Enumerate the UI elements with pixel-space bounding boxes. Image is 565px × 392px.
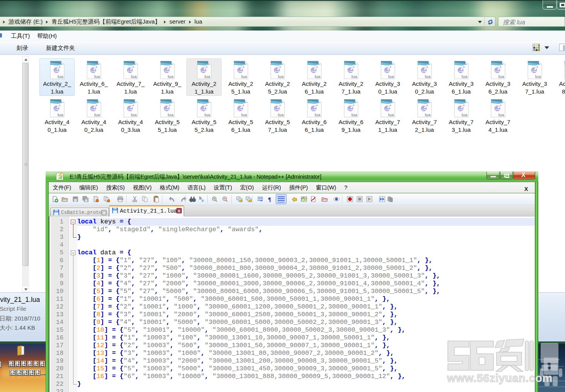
svg-text:Lua: Lua xyxy=(422,70,426,72)
svg-text:lua: lua xyxy=(388,74,394,79)
svg-text:Lua: Lua xyxy=(532,70,536,72)
svg-text:lua: lua xyxy=(204,74,210,79)
svg-text:Lua: Lua xyxy=(128,108,132,111)
svg-text:lua: lua xyxy=(241,74,247,79)
svg-text:Lua: Lua xyxy=(238,70,242,72)
svg-text:Lua: Lua xyxy=(128,70,132,72)
svg-text:lua: lua xyxy=(278,74,283,79)
svg-text:lua: lua xyxy=(131,74,137,79)
svg-text:lua: lua xyxy=(351,112,357,117)
svg-text:Lua: Lua xyxy=(385,108,389,111)
svg-text:lua: lua xyxy=(57,74,63,79)
svg-text:Lua: Lua xyxy=(165,70,169,72)
svg-text:Lua: Lua xyxy=(459,70,463,72)
svg-text:Lua: Lua xyxy=(348,70,353,72)
svg-text:lua: lua xyxy=(425,112,430,117)
svg-text:lua: lua xyxy=(241,112,247,117)
svg-text:Lua: Lua xyxy=(55,108,59,111)
svg-text:Lua: Lua xyxy=(348,108,353,111)
svg-text:lua: lua xyxy=(167,74,173,79)
svg-text:lua: lua xyxy=(204,112,210,117)
svg-text:Lua: Lua xyxy=(238,108,242,111)
svg-text:lua: lua xyxy=(498,112,504,117)
svg-text:lua: lua xyxy=(57,112,63,117)
svg-text:Lua: Lua xyxy=(312,70,316,72)
svg-text:lua: lua xyxy=(278,112,283,117)
svg-text:Lua: Lua xyxy=(275,70,279,72)
svg-text:lua: lua xyxy=(388,112,394,117)
svg-text:lua: lua xyxy=(535,74,541,79)
svg-text:Lua: Lua xyxy=(312,108,316,111)
svg-text:lua: lua xyxy=(351,74,357,79)
svg-text:Lua: Lua xyxy=(275,108,279,111)
svg-text:lua: lua xyxy=(94,112,100,117)
svg-text:lua: lua xyxy=(461,112,467,117)
svg-text:Lua: Lua xyxy=(91,108,96,111)
svg-text:lua: lua xyxy=(94,74,100,79)
svg-text:Lua: Lua xyxy=(495,70,500,72)
svg-text:Lua: Lua xyxy=(495,108,500,111)
svg-text:Lua: Lua xyxy=(459,108,463,111)
svg-text:lua: lua xyxy=(425,74,430,79)
svg-text:lua: lua xyxy=(314,112,320,117)
svg-text:¶: ¶ xyxy=(268,196,271,203)
svg-text:Lua: Lua xyxy=(55,70,59,72)
svg-text:lua: lua xyxy=(314,74,320,79)
svg-text:lua: lua xyxy=(131,112,137,117)
svg-text:Lua: Lua xyxy=(91,70,96,72)
svg-text:lua: lua xyxy=(461,74,467,79)
svg-text:a: a xyxy=(201,198,204,203)
svg-text:Lua: Lua xyxy=(201,108,206,111)
svg-text:lua: lua xyxy=(498,74,504,79)
svg-text:Lua: Lua xyxy=(165,108,169,111)
svg-text:Lua: Lua xyxy=(422,108,426,111)
svg-text:Lua: Lua xyxy=(385,70,389,72)
svg-text:Lua: Lua xyxy=(201,70,206,72)
svg-text:lua: lua xyxy=(167,112,173,117)
